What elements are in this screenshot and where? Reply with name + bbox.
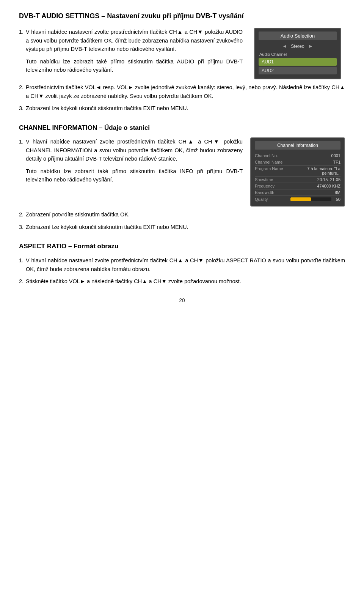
right-arrow-icon: ► — [308, 43, 313, 49]
channel-row-4: Frequency 474000 KHZ — [255, 183, 340, 189]
audio-stereo-row: ◄ Stereo ► — [259, 43, 337, 49]
channel-box-title: Channel Information — [255, 141, 340, 150]
page-number: 20 — [19, 297, 345, 303]
channel-item3-text: Zobrazení lze kdykoli ukončit stisknutím… — [26, 223, 345, 231]
channel-label-4: Frequency — [255, 184, 289, 188]
channel-label-2: Program Name — [255, 166, 289, 175]
quality-bar-bg — [290, 197, 331, 201]
audio-item1-text: V hlavní nabídce nastavení zvolte prostř… — [26, 28, 243, 53]
left-arrow-icon: ◄ — [282, 43, 287, 49]
aspect-item1-text: V hlavní nabídce nastavení zvolte prostř… — [26, 256, 345, 273]
aspect-item2-text: Stiskněte tlačítko VOL► a následně tlačí… — [26, 277, 345, 285]
audio-item2-num: 2. — [19, 83, 24, 100]
quality-bar-fill — [290, 197, 311, 201]
channel-row-3: Showtime 20:15–21:05 — [255, 177, 340, 183]
audio-item1b-text: Tuto nabídku lze zobrazit také přímo sti… — [26, 57, 243, 74]
aspect-item1-num: 1. — [19, 256, 24, 273]
channel-label-0: Channel No. — [255, 153, 289, 158]
channel-value-0: 0001 — [289, 153, 340, 158]
quality-num: 50 — [333, 197, 340, 202]
channel-section-title: CHANNEL INFORMATION – Údaje o stanici — [19, 123, 345, 132]
channel-value-3: 20:15–21:05 — [289, 177, 340, 182]
channel-label-1: Channel Name — [255, 160, 289, 164]
channel-value-4: 474000 KHZ — [289, 184, 340, 188]
channel-row-0: Channel No. 0001 — [255, 153, 340, 159]
channel-item1-text: V hlavní nabídce nastavení zvolte prostř… — [26, 137, 243, 163]
channel-info-box: Channel Information Channel No. 0001 Cha… — [250, 137, 345, 207]
channel-row-1: Channel Name TF1 — [255, 159, 340, 166]
channel-value-2: 7 à la maison: "La peinture... — [289, 166, 340, 175]
page-title: DVB-T AUDIO SETTINGS – Nastavení zvuku p… — [19, 11, 345, 21]
channel-item2-num: 2. — [19, 210, 24, 219]
aspect-item2-num: 2. — [19, 277, 24, 285]
channel-item1-num: 1. — [19, 137, 24, 163]
channel-label-3: Showtime — [255, 177, 289, 182]
audio-aud2: AUD2 — [259, 67, 337, 74]
channel-value-5: 8M — [289, 190, 340, 195]
channel-item2-text: Zobrazení potvrdíte stisknutím tlačítka … — [26, 210, 345, 219]
stereo-label: Stereo — [291, 44, 304, 49]
audio-aud1: AUD1 — [259, 58, 337, 66]
channel-row-2: Program Name 7 à la maison: "La peinture… — [255, 166, 340, 177]
channel-item1b-text: Tuto nabídku lze zobrazit také přímo sti… — [26, 167, 243, 184]
channel-label-5: Bandwidth — [255, 190, 289, 195]
audio-item3-text: Zobrazení lze kdykoli ukončit stisknutím… — [26, 104, 345, 112]
quality-label: Quality — [255, 197, 289, 202]
audio-box-title: Audio Selection — [259, 32, 337, 40]
channel-value-1: TF1 — [289, 160, 340, 164]
aspect-section-title: ASPECT RATIO – Formát obrazu — [19, 242, 345, 251]
audio-item2-text: Prostřednictvím tlačítek VOL◄ resp. VOL►… — [26, 83, 345, 100]
audio-channel-label: Audio Channel — [259, 52, 337, 57]
channel-quality-row: Quality 50 — [255, 196, 340, 203]
audio-selection-box: Audio Selection ◄ Stereo ► Audio Channel… — [254, 28, 341, 79]
audio-item1-num: 1. — [19, 28, 24, 53]
channel-item3-num: 3. — [19, 223, 24, 231]
audio-item3-num: 3. — [19, 104, 24, 112]
channel-row-5: Bandwidth 8M — [255, 189, 340, 196]
